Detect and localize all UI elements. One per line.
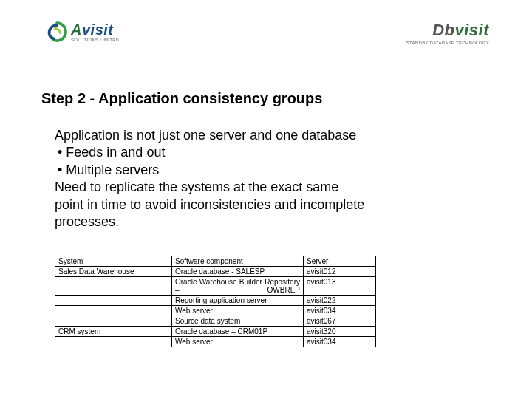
body-line2c: processes.	[55, 214, 446, 231]
cell-server: avisit034	[304, 306, 376, 316]
cell-system	[55, 277, 172, 296]
cell-system	[55, 296, 172, 306]
cell-software: Oracle database - SALESP	[172, 267, 304, 277]
logo-dbvisit: Dbvisit STANDBY DATABASE TECHNOLOGY	[406, 21, 489, 45]
cell-software: Oracle database – CRM01P	[172, 327, 304, 337]
th-server: Server	[304, 256, 376, 267]
cell-system	[55, 316, 172, 327]
table-row: Oracle Warehouse Builder Repository – OW…	[55, 277, 376, 296]
th-system: System	[55, 256, 172, 267]
cell-software: Source data system	[172, 316, 304, 327]
cell-server: avisit067	[304, 316, 376, 327]
logo-avisit-a: A	[71, 21, 82, 38]
cell-software: Reporting application server	[172, 296, 304, 306]
consistency-groups-table: System Software component Server Sales D…	[55, 256, 376, 347]
body-bullet2: • Multiple servers	[58, 162, 446, 179]
table-row: Reporting application server avisit022	[55, 296, 376, 306]
cell-system: CRM system	[55, 327, 172, 337]
cell-software: Web server	[172, 306, 304, 316]
body-bullet1: • Feeds in and out	[58, 144, 446, 161]
cell-software: Web server	[172, 337, 304, 347]
logo-avisit-tagline: SOLUTIONS LIMITED	[71, 38, 119, 42]
cell-server: avisit022	[304, 296, 376, 306]
logo-dbvisit-db: Db	[432, 21, 454, 39]
body-line1: Application is not just one server and o…	[55, 127, 446, 144]
cell-software: Oracle Warehouse Builder Repository – OW…	[172, 277, 304, 296]
cell-system	[55, 337, 172, 347]
cell-server: avisit320	[304, 327, 376, 337]
logo-dbvisit-visit: visit	[454, 21, 489, 39]
body-line2b: point in time to avoid inconsistencies a…	[55, 197, 446, 214]
slide-title: Step 2 - Application consistency groups	[41, 90, 322, 107]
logo-avisit-visit: visit	[82, 21, 114, 38]
body-line2a: Need to replicate the systems at the exa…	[55, 179, 446, 196]
table-row: Web server avisit034	[55, 306, 376, 316]
cell-server: avisit012	[304, 267, 376, 277]
cell-system: Sales Data Warehouse	[55, 267, 172, 277]
cell-server: avisit013	[304, 277, 376, 296]
body-text: Application is not just one server and o…	[55, 127, 446, 231]
table-row: Web server avisit034	[55, 337, 376, 347]
table-row: CRM system Oracle database – CRM01P avis…	[55, 327, 376, 337]
cell-server: avisit034	[304, 337, 376, 347]
avisit-swirl-icon	[46, 21, 68, 43]
table-row: Sales Data Warehouse Oracle database - S…	[55, 267, 376, 277]
table-header-row: System Software component Server	[55, 256, 376, 267]
logo-avisit: Avisit SOLUTIONS LIMITED	[46, 21, 119, 43]
table-row: Source data system avisit067	[55, 316, 376, 327]
logo-dbvisit-tagline: STANDBY DATABASE TECHNOLOGY	[406, 41, 489, 45]
cell-system	[55, 306, 172, 316]
th-software: Software component	[172, 256, 304, 267]
